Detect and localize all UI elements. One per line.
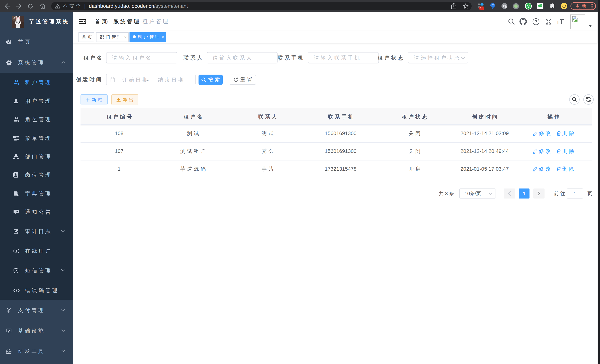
svg-text:T: T	[560, 18, 564, 25]
svg-text:T: T	[557, 20, 559, 25]
svg-text:?: ?	[535, 19, 537, 24]
